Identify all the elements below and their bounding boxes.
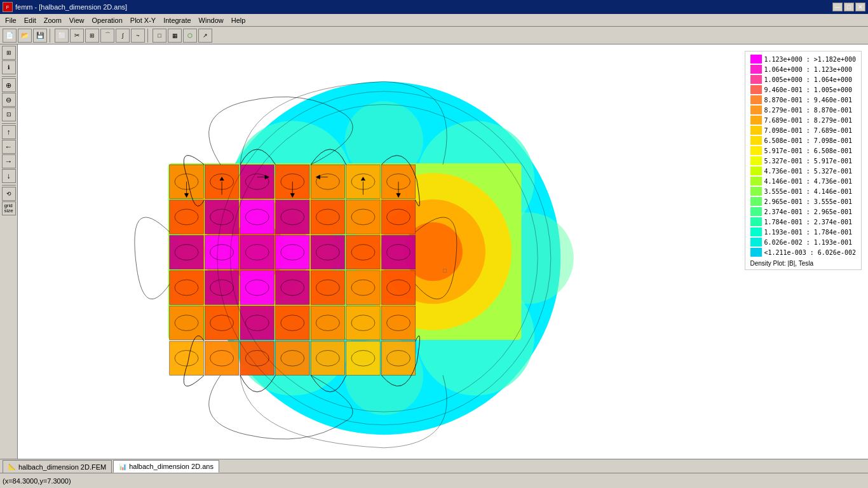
legend-color-swatch — [750, 156, 762, 165]
title-bar-left: F femm - [halbach_dimension 2D.ans] — [3, 2, 127, 12]
svg-text:□: □ — [443, 267, 447, 274]
sidebar-pan-down[interactable]: ↓ — [2, 169, 16, 183]
tab-ans-icon: 📊 — [119, 463, 126, 470]
toolbar-integral[interactable]: ∫ — [116, 29, 130, 43]
sidebar-select[interactable]: ⊞ — [2, 46, 16, 60]
toolbar-square[interactable]: ⬜ — [55, 29, 69, 43]
legend-value-text: 1.193e-001 : 1.784e-001 — [764, 229, 852, 236]
menu-view[interactable]: View — [65, 15, 88, 25]
menu-window[interactable]: Window — [195, 15, 227, 25]
legend-value-text: 9.460e-001 : 1.005e+000 — [764, 86, 852, 93]
legend-row: 1.123e+000 : >1.182e+000 — [750, 54, 857, 64]
toolbar-save[interactable]: 💾 — [33, 29, 47, 43]
legend-color-swatch — [750, 55, 762, 64]
title-bar-controls: — □ ✕ — [832, 3, 865, 11]
legend-color-swatch — [750, 116, 762, 125]
close-button[interactable]: ✕ — [855, 3, 865, 11]
sidebar-sep-3 — [2, 184, 16, 186]
legend-value-text: 6.026e-002 : 1.193e-001 — [764, 239, 852, 246]
sidebar-grid[interactable]: gridsize — [2, 201, 16, 215]
menu-edit[interactable]: Edit — [20, 15, 40, 25]
legend-color-swatch — [750, 187, 762, 196]
menu-plot-xy[interactable]: Plot X-Y — [126, 15, 159, 25]
legend-row: 4.146e-001 : 4.736e-001 — [750, 176, 857, 186]
legend-row: 2.374e-001 : 2.965e-001 — [750, 207, 857, 217]
legend-value-text: 1.064e+000 : 1.123e+000 — [764, 66, 852, 73]
toolbar-new[interactable]: 📄 — [3, 29, 17, 43]
menu-help[interactable]: Help — [227, 15, 250, 25]
legend-row: 1.784e-001 : 2.374e-001 — [750, 217, 857, 227]
legend-color-swatch — [750, 146, 762, 155]
legend-color-swatch — [750, 217, 762, 226]
toolbar-zoom-box[interactable]: □ — [153, 29, 166, 43]
legend-row: 3.555e-001 : 4.146e-001 — [750, 186, 857, 196]
legend-value-text: 7.098e-001 : 7.689e-001 — [764, 127, 852, 134]
minimize-button[interactable]: — — [832, 3, 843, 11]
sidebar-rotate[interactable]: ⟲ — [2, 187, 16, 201]
status-bar: (x=84.3000,y=7.3000) — [0, 473, 868, 488]
legend-row: <1.211e-003 : 6.026e-002 — [750, 247, 857, 257]
canvas-area[interactable]: □ 1.123e+000 : >1.182e+0001.064e+000 : 1… — [18, 44, 868, 459]
legend-row: 1.005e+000 : 1.064e+000 — [750, 74, 857, 85]
toolbar-open[interactable]: 📂 — [18, 29, 32, 43]
legend-row: 5.327e-001 : 5.917e-001 — [750, 156, 857, 166]
legend-value-text: 8.870e-001 : 9.460e-001 — [764, 97, 852, 104]
legend-row: 5.917e-001 : 6.508e-001 — [750, 146, 857, 156]
legend-row: 8.279e-001 : 8.870e-001 — [750, 105, 857, 115]
legend-color-swatch — [750, 177, 762, 186]
legend-color-swatch — [750, 105, 762, 114]
legend-value-text: 1.784e-001 : 2.374e-001 — [764, 219, 852, 226]
toolbar-node[interactable]: ⌒ — [100, 29, 114, 43]
legend-row: 8.870e-001 : 9.460e-001 — [750, 95, 857, 105]
sidebar-pan-left[interactable]: ← — [2, 140, 16, 154]
menu-integrate[interactable]: Integrate — [159, 15, 194, 25]
legend-value-text: 5.327e-001 : 5.917e-001 — [764, 158, 852, 165]
legend-value-text: 4.736e-001 : 5.327e-001 — [764, 168, 852, 175]
sidebar-sep-2 — [2, 123, 16, 124]
sidebar-zoom-in[interactable]: ⊕ — [2, 78, 16, 92]
toolbar-arrow[interactable]: ↗ — [198, 29, 212, 43]
legend-row: 6.026e-002 : 1.193e-001 — [750, 237, 857, 247]
menu-file[interactable]: File — [1, 15, 20, 25]
sidebar-pan-right[interactable]: → — [2, 154, 16, 168]
legend-value-text: 2.374e-001 : 2.965e-001 — [764, 208, 852, 215]
toolbar-cut[interactable]: ✂ — [70, 29, 84, 43]
legend-rows: 1.123e+000 : >1.182e+0001.064e+000 : 1.1… — [750, 54, 857, 257]
tab-fem-icon: 📐 — [8, 463, 16, 470]
legend-value-text: 7.689e-001 : 8.279e-001 — [764, 117, 852, 124]
sidebar-pan-up[interactable]: ↑ — [2, 125, 16, 139]
legend-value-text: 2.965e-001 : 3.555e-001 — [764, 198, 852, 205]
sidebar-zoom-fit[interactable]: ⊡ — [2, 107, 16, 121]
tab-fem[interactable]: 📐 halbach_dimension 2D.FEM — [3, 460, 112, 473]
legend-row: 2.965e-001 : 3.555e-001 — [750, 196, 857, 207]
legend-value-text: 5.917e-001 : 6.508e-001 — [764, 147, 852, 154]
main-container: ⊞ ℹ ⊕ ⊖ ⊡ ↑ ← → ↓ ⟲ gridsize — [0, 44, 868, 459]
toolbar-separator-2 — [147, 29, 150, 43]
sidebar-zoom-out[interactable]: ⊖ — [2, 93, 16, 107]
main-toolbar: 📄 📂 💾 ⬜ ✂ ⊞ ⌒ ∫ ~ □ ▦ ⬡ ↗ — [0, 27, 868, 44]
toolbar-wave[interactable]: ~ — [131, 29, 145, 43]
legend-row: 4.736e-001 : 5.327e-001 — [750, 166, 857, 176]
tab-ans[interactable]: 📊 halbach_dimension 2D.ans — [113, 460, 219, 473]
legend-value-text: 4.146e-001 : 4.736e-001 — [764, 178, 852, 185]
legend-row: 6.508e-001 : 7.098e-001 — [750, 135, 857, 146]
legend-value-text: 6.508e-001 : 7.098e-001 — [764, 137, 852, 144]
density-label: Density Plot: |B|, Tesla — [750, 260, 857, 267]
tab-ans-label: halbach_dimension 2D.ans — [129, 463, 214, 470]
toolbar-paste[interactable]: ⊞ — [85, 29, 99, 43]
legend-row: 7.689e-001 : 8.279e-001 — [750, 115, 857, 125]
legend-row: 1.193e-001 : 1.784e-001 — [750, 227, 857, 237]
app-icon: F — [3, 2, 13, 12]
toolbar-contour[interactable]: ⬡ — [183, 29, 197, 43]
legend-color-swatch — [750, 207, 762, 216]
legend-row: 1.064e+000 : 1.123e+000 — [750, 64, 857, 74]
sidebar-info[interactable]: ℹ — [2, 60, 16, 74]
maximize-button[interactable]: □ — [844, 3, 854, 11]
legend-value-text: 1.123e+000 : >1.182e+000 — [764, 56, 857, 63]
fem-visualization: □ — [18, 44, 868, 459]
legend-color-swatch — [750, 238, 762, 247]
menu-operation[interactable]: Operation — [88, 15, 126, 25]
toolbar-density[interactable]: ▦ — [168, 29, 182, 43]
coords-display: (x=84.3000,y=7.3000) — [3, 477, 71, 485]
menu-zoom[interactable]: Zoom — [40, 15, 65, 25]
